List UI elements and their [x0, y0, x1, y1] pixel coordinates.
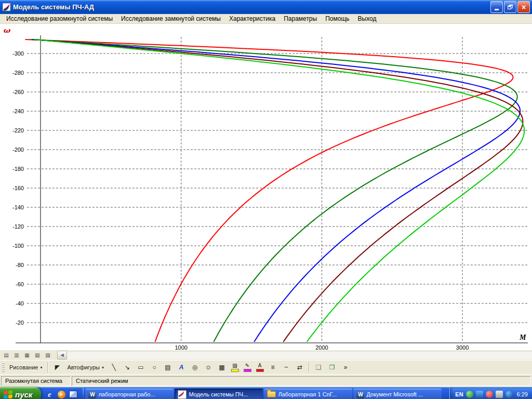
threed-style-button[interactable]: ❒	[326, 362, 338, 373]
minimize-icon	[495, 4, 499, 10]
windows-flag-icon	[4, 390, 12, 398]
autoshapes-menu-button[interactable]: Автофигуры ▾	[64, 363, 107, 371]
line-icon: ╲	[112, 364, 115, 371]
folder-icon	[267, 391, 276, 397]
language-indicator[interactable]: EN	[455, 391, 463, 397]
tray-icon-4[interactable]	[496, 391, 503, 398]
line-style-button[interactable]: ≡	[267, 362, 279, 373]
word-icon: W	[356, 391, 364, 398]
svg-text:-160: -160	[12, 185, 24, 191]
shadow-style-button[interactable]: ❑	[312, 362, 325, 373]
font-color-bar	[256, 369, 264, 372]
svg-text:-180: -180	[12, 166, 24, 172]
task-label: Документ Microsoft ...	[366, 391, 423, 397]
svg-text:1000: 1000	[175, 344, 187, 350]
word-icon: W	[88, 391, 96, 398]
insert-picture-button[interactable]: ▦	[216, 362, 228, 373]
menu-item-exit[interactable]: Выход	[354, 15, 381, 23]
task-button-folder[interactable]: Лабораторная 1 СпГ...	[264, 389, 352, 399]
title-bar: Модель системы ПЧ-АД ×	[0, 0, 532, 14]
window-title: Модель системы ПЧ-АД	[13, 3, 490, 11]
close-icon: ×	[522, 4, 526, 11]
view-mode-button-4[interactable]: ▧	[32, 351, 43, 360]
toolbar-separator	[47, 362, 48, 373]
fill-color-button[interactable]: ▨	[229, 362, 241, 373]
toolbar-overflow-button[interactable]: »	[339, 362, 352, 373]
rectangle-tool-button[interactable]: ▭	[135, 362, 147, 373]
svg-text:-40: -40	[16, 300, 24, 307]
horizontal-scrollbar-track[interactable]	[67, 351, 532, 360]
tray-icon-1[interactable]	[466, 391, 473, 398]
svg-text:-240: -240	[12, 108, 24, 114]
svg-text:-280: -280	[12, 70, 24, 76]
tray-icon-2[interactable]	[476, 391, 483, 398]
toolbar-separator	[309, 362, 310, 373]
arrow-tool-button[interactable]: ↘	[121, 362, 134, 373]
svg-text:-200: -200	[12, 147, 24, 153]
menu-item-parameters[interactable]: Параметры	[280, 15, 321, 23]
pencil-icon: ✎	[245, 363, 249, 368]
clipart-button[interactable]: ☺	[202, 362, 215, 373]
arrow-style-button[interactable]: ⇄	[294, 362, 306, 373]
textbox-tool-button[interactable]: ▤	[162, 362, 174, 373]
toolbar-grip-handle[interactable]	[2, 363, 5, 372]
svg-text:2000: 2000	[315, 344, 328, 350]
media-player-icon[interactable]: ▶	[57, 390, 66, 399]
font-color-button[interactable]: А	[254, 362, 265, 373]
start-label: пуск	[15, 390, 32, 399]
font-color-icon: А	[258, 363, 262, 368]
tray-icon-3[interactable]	[486, 391, 493, 398]
show-desktop-icon[interactable]	[69, 390, 78, 399]
textbox-icon: ▤	[165, 364, 170, 371]
select-arrow-icon: ◤	[55, 364, 60, 371]
scroll-left-button[interactable]: ◀	[57, 351, 67, 360]
wordart-button[interactable]: А	[175, 362, 188, 373]
oval-tool-button[interactable]: ○	[148, 362, 161, 373]
restore-button[interactable]	[504, 1, 516, 13]
view-mode-button-1[interactable]: ▤	[1, 351, 11, 360]
line-tool-button[interactable]: ╲	[108, 362, 120, 373]
line-color-bar	[244, 369, 251, 372]
fill-bucket-icon: ▨	[232, 363, 237, 368]
chevron-down-icon: ▾	[40, 365, 42, 370]
quick-launch-bar: e ▶	[41, 390, 82, 399]
task-button-word-document[interactable]: W Документ Microsoft ...	[353, 389, 442, 399]
tray-icon-5[interactable]	[506, 391, 513, 398]
arrow-icon: ↘	[125, 364, 130, 371]
svg-text:ω: ω	[3, 26, 11, 34]
task-button-word-lab-report[interactable]: W лабораторная рабо...	[85, 389, 174, 399]
taskbar-clock: 6:29	[517, 391, 528, 397]
view-mode-button-2[interactable]: ▥	[11, 351, 22, 360]
dash-style-icon: ╌	[284, 364, 288, 371]
close-button[interactable]: ×	[517, 1, 530, 13]
menu-item-closed-loop-study[interactable]: Исследование замкнутой системы	[117, 15, 225, 23]
line-color-button[interactable]: ✎	[242, 362, 253, 373]
play-icon: ▶	[58, 391, 65, 398]
dash-style-button[interactable]: ╌	[280, 362, 292, 373]
rectangle-icon: ▭	[138, 364, 143, 371]
task-label: Модель системы ПЧ...	[189, 391, 248, 397]
ie-icon[interactable]: e	[45, 390, 54, 399]
svg-text:-120: -120	[12, 223, 24, 230]
line-style-icon: ≡	[271, 364, 275, 371]
start-button[interactable]: пуск	[0, 387, 41, 399]
menu-item-open-loop-study[interactable]: Исследование разомкнутой системы	[2, 15, 117, 23]
mechanical-characteristics-chart: -300-280-260-240-220-200-180-160-140-120…	[0, 24, 532, 350]
diagram-button[interactable]: ◎	[189, 362, 201, 373]
view-mode-button-5[interactable]: ▨	[43, 351, 53, 360]
svg-text:-220: -220	[12, 127, 24, 134]
svg-text:-20: -20	[16, 320, 24, 326]
view-mode-button-3[interactable]: ▦	[22, 351, 32, 360]
svg-text:-60: -60	[16, 281, 24, 287]
svg-text:-140: -140	[12, 204, 24, 210]
draw-menu-button[interactable]: Рисование ▾	[7, 363, 45, 371]
menu-item-characteristic[interactable]: Характеристика	[225, 15, 280, 23]
select-objects-button[interactable]: ◤	[51, 362, 63, 373]
minimize-button[interactable]	[490, 1, 503, 13]
task-button-model-app[interactable]: Модель системы ПЧ...	[175, 389, 263, 399]
task-label: лабораторная рабо...	[98, 391, 155, 397]
menu-item-help[interactable]: Помощь	[321, 15, 353, 23]
svg-text:-80: -80	[16, 262, 24, 268]
overflow-icon: »	[344, 364, 348, 371]
status-system-mode: Разомкнутая система	[1, 376, 71, 386]
